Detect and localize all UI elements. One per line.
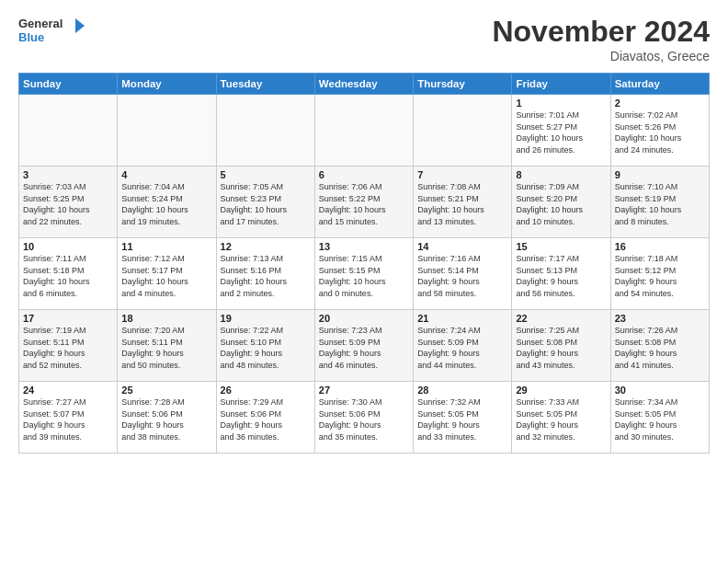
day-number: 10	[23, 241, 113, 252]
day-number: 9	[615, 169, 705, 180]
day-number: 20	[319, 313, 409, 324]
col-wednesday: Wednesday	[314, 74, 413, 95]
day-number: 4	[121, 169, 211, 180]
day-info: Sunrise: 7:30 AMSunset: 5:06 PMDaylight:…	[319, 396, 409, 442]
day-info: Sunrise: 7:06 AMSunset: 5:22 PMDaylight:…	[319, 181, 409, 227]
day-number: 23	[615, 313, 705, 324]
table-row: 13Sunrise: 7:15 AMSunset: 5:15 PMDayligh…	[314, 238, 413, 310]
weekday-header-row: Sunday Monday Tuesday Wednesday Thursday…	[19, 74, 710, 95]
day-info: Sunrise: 7:29 AMSunset: 5:06 PMDaylight:…	[221, 396, 311, 442]
day-info: Sunrise: 7:03 AMSunset: 5:25 PMDaylight:…	[23, 181, 113, 227]
table-row: 6Sunrise: 7:06 AMSunset: 5:22 PMDaylight…	[314, 167, 413, 238]
day-number: 21	[417, 313, 507, 324]
week-row-5: 24Sunrise: 7:27 AMSunset: 5:07 PMDayligh…	[19, 382, 710, 454]
week-row-2: 3Sunrise: 7:03 AMSunset: 5:25 PMDaylight…	[19, 167, 710, 238]
svg-text:Blue: Blue	[18, 30, 44, 44]
week-row-3: 10Sunrise: 7:11 AMSunset: 5:18 PMDayligh…	[19, 238, 710, 310]
day-info: Sunrise: 7:12 AMSunset: 5:17 PMDaylight:…	[121, 253, 211, 299]
week-row-1: 1Sunrise: 7:01 AMSunset: 5:27 PMDaylight…	[19, 95, 710, 167]
day-info: Sunrise: 7:18 AMSunset: 5:12 PMDaylight:…	[615, 253, 705, 299]
day-number: 16	[615, 241, 705, 252]
table-row: 30Sunrise: 7:34 AMSunset: 5:05 PMDayligh…	[610, 382, 709, 454]
day-number: 11	[121, 241, 211, 252]
table-row: 11Sunrise: 7:12 AMSunset: 5:17 PMDayligh…	[118, 238, 216, 310]
table-row: 1Sunrise: 7:01 AMSunset: 5:27 PMDaylight…	[512, 95, 610, 167]
day-info: Sunrise: 7:32 AMSunset: 5:05 PMDaylight:…	[417, 396, 507, 442]
table-row: 16Sunrise: 7:18 AMSunset: 5:12 PMDayligh…	[610, 238, 709, 310]
location: Diavatos, Greece	[492, 49, 710, 63]
day-info: Sunrise: 7:09 AMSunset: 5:20 PMDaylight:…	[516, 181, 606, 227]
table-row: 24Sunrise: 7:27 AMSunset: 5:07 PMDayligh…	[19, 382, 118, 454]
day-info: Sunrise: 7:33 AMSunset: 5:05 PMDaylight:…	[516, 396, 606, 442]
day-info: Sunrise: 7:26 AMSunset: 5:08 PMDaylight:…	[615, 325, 705, 371]
table-row: 28Sunrise: 7:32 AMSunset: 5:05 PMDayligh…	[414, 382, 512, 454]
table-row: 21Sunrise: 7:24 AMSunset: 5:09 PMDayligh…	[414, 310, 512, 382]
col-tuesday: Tuesday	[216, 74, 314, 95]
table-row: 27Sunrise: 7:30 AMSunset: 5:06 PMDayligh…	[314, 382, 413, 454]
day-info: Sunrise: 7:17 AMSunset: 5:13 PMDaylight:…	[516, 253, 606, 299]
table-row: 8Sunrise: 7:09 AMSunset: 5:20 PMDaylight…	[512, 167, 610, 238]
col-thursday: Thursday	[414, 74, 512, 95]
day-number: 3	[23, 169, 113, 180]
day-info: Sunrise: 7:11 AMSunset: 5:18 PMDaylight:…	[23, 253, 113, 299]
col-sunday: Sunday	[19, 74, 118, 95]
day-info: Sunrise: 7:16 AMSunset: 5:14 PMDaylight:…	[417, 253, 507, 299]
day-number: 2	[615, 98, 705, 109]
day-info: Sunrise: 7:10 AMSunset: 5:19 PMDaylight:…	[615, 181, 705, 227]
title-block: November 2024 Diavatos, Greece	[492, 15, 710, 63]
svg-marker-2	[75, 18, 85, 33]
table-row: 18Sunrise: 7:20 AMSunset: 5:11 PMDayligh…	[118, 310, 216, 382]
day-number: 6	[319, 169, 409, 180]
table-row: 25Sunrise: 7:28 AMSunset: 5:06 PMDayligh…	[118, 382, 216, 454]
day-number: 1	[516, 98, 606, 109]
table-row: 26Sunrise: 7:29 AMSunset: 5:06 PMDayligh…	[216, 382, 314, 454]
day-number: 7	[417, 169, 507, 180]
header: GeneralBlue November 2024 Diavatos, Gree…	[18, 15, 710, 63]
table-row	[216, 95, 314, 167]
day-info: Sunrise: 7:19 AMSunset: 5:11 PMDaylight:…	[23, 325, 113, 371]
week-row-4: 17Sunrise: 7:19 AMSunset: 5:11 PMDayligh…	[19, 310, 710, 382]
day-info: Sunrise: 7:08 AMSunset: 5:21 PMDaylight:…	[417, 181, 507, 227]
day-info: Sunrise: 7:05 AMSunset: 5:23 PMDaylight:…	[221, 181, 311, 227]
day-number: 25	[121, 385, 211, 396]
day-number: 13	[319, 241, 409, 252]
day-number: 30	[615, 385, 705, 396]
col-saturday: Saturday	[610, 74, 709, 95]
day-info: Sunrise: 7:13 AMSunset: 5:16 PMDaylight:…	[221, 253, 311, 299]
day-number: 17	[23, 313, 113, 324]
table-row: 5Sunrise: 7:05 AMSunset: 5:23 PMDaylight…	[216, 167, 314, 238]
day-number: 5	[221, 169, 311, 180]
day-info: Sunrise: 7:20 AMSunset: 5:11 PMDaylight:…	[121, 325, 211, 371]
day-info: Sunrise: 7:27 AMSunset: 5:07 PMDaylight:…	[23, 396, 113, 442]
day-number: 29	[516, 385, 606, 396]
day-info: Sunrise: 7:04 AMSunset: 5:24 PMDaylight:…	[121, 181, 211, 227]
month-title: November 2024	[492, 15, 710, 49]
day-info: Sunrise: 7:28 AMSunset: 5:06 PMDaylight:…	[121, 396, 211, 442]
table-row	[118, 95, 216, 167]
day-number: 27	[319, 385, 409, 396]
day-number: 12	[221, 241, 311, 252]
day-number: 8	[516, 169, 606, 180]
day-number: 26	[221, 385, 311, 396]
table-row: 15Sunrise: 7:17 AMSunset: 5:13 PMDayligh…	[512, 238, 610, 310]
day-info: Sunrise: 7:22 AMSunset: 5:10 PMDaylight:…	[221, 325, 311, 371]
col-monday: Monday	[118, 74, 216, 95]
table-row	[19, 95, 118, 167]
table-row: 23Sunrise: 7:26 AMSunset: 5:08 PMDayligh…	[610, 310, 709, 382]
table-row: 10Sunrise: 7:11 AMSunset: 5:18 PMDayligh…	[19, 238, 118, 310]
table-row: 20Sunrise: 7:23 AMSunset: 5:09 PMDayligh…	[314, 310, 413, 382]
table-row: 9Sunrise: 7:10 AMSunset: 5:19 PMDaylight…	[610, 167, 709, 238]
col-friday: Friday	[512, 74, 610, 95]
day-info: Sunrise: 7:23 AMSunset: 5:09 PMDaylight:…	[319, 325, 409, 371]
day-number: 14	[417, 241, 507, 252]
table-row: 3Sunrise: 7:03 AMSunset: 5:25 PMDaylight…	[19, 167, 118, 238]
day-number: 28	[417, 385, 507, 396]
logo-icon: GeneralBlue	[18, 15, 92, 44]
day-info: Sunrise: 7:24 AMSunset: 5:09 PMDaylight:…	[417, 325, 507, 371]
table-row: 2Sunrise: 7:02 AMSunset: 5:26 PMDaylight…	[610, 95, 709, 167]
logo: GeneralBlue	[18, 15, 92, 44]
table-row: 22Sunrise: 7:25 AMSunset: 5:08 PMDayligh…	[512, 310, 610, 382]
table-row: 19Sunrise: 7:22 AMSunset: 5:10 PMDayligh…	[216, 310, 314, 382]
table-row: 29Sunrise: 7:33 AMSunset: 5:05 PMDayligh…	[512, 382, 610, 454]
day-number: 19	[221, 313, 311, 324]
